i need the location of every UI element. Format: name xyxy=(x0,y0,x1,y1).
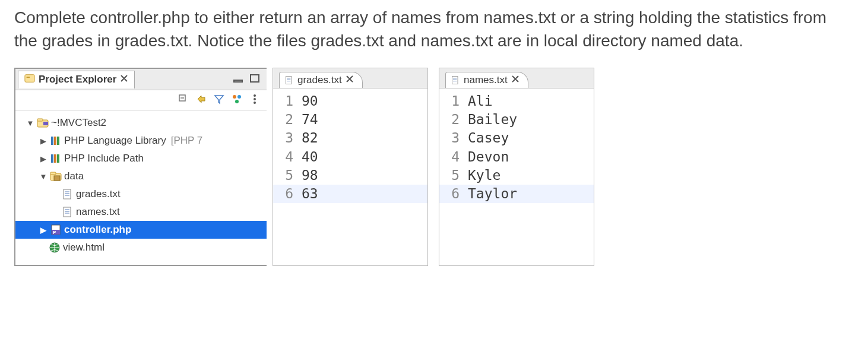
svg-rect-17 xyxy=(57,137,59,145)
chevron-right-icon: ▶ xyxy=(39,137,47,145)
grades-file-node[interactable]: grades.txt xyxy=(15,185,267,203)
svg-rect-14 xyxy=(43,122,48,125)
php-library-label: PHP Language Library xyxy=(64,135,166,147)
svg-point-7 xyxy=(237,95,241,99)
controller-file-node[interactable]: ▶ P controller.php xyxy=(15,221,267,239)
library-icon xyxy=(50,135,62,147)
view-file-label: view.html xyxy=(63,242,104,254)
text-file-icon xyxy=(451,75,460,85)
filter-icon[interactable] xyxy=(213,93,225,107)
code-text: Ali xyxy=(465,92,493,110)
collapse-all-icon[interactable] xyxy=(178,93,189,107)
code-text: 98 xyxy=(299,166,318,185)
grades-tabbar: grades.txt xyxy=(273,68,427,88)
names-file-node[interactable]: names.txt xyxy=(15,203,267,221)
svg-rect-40 xyxy=(452,77,458,84)
code-text: 82 xyxy=(299,129,318,147)
project-root-node[interactable]: ▼ ~!MVCTest2 xyxy=(15,114,267,132)
line-number: 3 xyxy=(439,129,465,147)
view-menu-icon[interactable] xyxy=(249,93,261,107)
code-text: 40 xyxy=(299,148,318,166)
line-number: 1 xyxy=(439,92,465,110)
code-text: 63 xyxy=(299,185,318,203)
names-tab[interactable]: names.txt xyxy=(445,72,528,88)
include-path-node[interactable]: ▶ PHP Include Path xyxy=(15,150,267,167)
controller-file-label: controller.php xyxy=(64,224,131,236)
link-editor-icon[interactable] xyxy=(195,93,207,107)
svg-rect-3 xyxy=(251,75,259,82)
grades-tab[interactable]: grades.txt xyxy=(279,72,363,88)
svg-point-8 xyxy=(235,100,239,103)
svg-rect-1 xyxy=(27,77,30,78)
project-explorer-tab[interactable]: Project Explorer xyxy=(18,71,135,88)
code-text: Bailey xyxy=(465,110,517,129)
chevron-down-icon: ▼ xyxy=(26,119,34,128)
settings-icon[interactable] xyxy=(231,93,243,107)
grades-file-label: grades.txt xyxy=(76,188,121,200)
php-library-node[interactable]: ▶ PHP Language Library [PHP 7 xyxy=(15,132,267,150)
text-file-icon xyxy=(62,188,74,200)
line-number: 6 xyxy=(273,185,299,203)
names-tab-label: names.txt xyxy=(464,74,508,86)
close-icon[interactable] xyxy=(511,74,519,86)
svg-rect-23 xyxy=(54,176,60,180)
svg-rect-22 xyxy=(50,172,56,175)
include-path-label: PHP Include Path xyxy=(64,153,144,164)
project-explorer-tab-label: Project Explorer xyxy=(39,74,116,86)
close-icon[interactable] xyxy=(120,74,128,86)
editor-group: grades.txt 190 274 382 440 598 663 names… xyxy=(273,68,594,266)
svg-rect-15 xyxy=(51,137,53,145)
minimize-icon[interactable] xyxy=(232,74,245,86)
code-text: 90 xyxy=(299,92,318,110)
php-library-hint: [PHP 7 xyxy=(171,135,203,147)
code-text: Devon xyxy=(465,148,509,166)
data-folder-label: data xyxy=(64,170,84,182)
text-file-icon xyxy=(284,75,294,85)
code-text: Taylor xyxy=(465,185,517,203)
line-number: 2 xyxy=(439,110,465,129)
svg-rect-0 xyxy=(25,75,34,83)
assignment-prompt: Complete controller.php to either return… xyxy=(14,6,845,52)
ide-area: Project Explorer ▼ ~!MVCTes xyxy=(14,68,854,266)
chevron-down-icon: ▼ xyxy=(39,172,47,181)
library-icon xyxy=(50,153,62,164)
svg-point-9 xyxy=(254,94,256,97)
svg-point-6 xyxy=(233,95,236,99)
svg-rect-24 xyxy=(64,189,71,199)
line-number: 6 xyxy=(439,185,465,203)
line-number: 5 xyxy=(273,166,299,185)
line-number: 5 xyxy=(439,166,465,185)
close-icon[interactable] xyxy=(346,74,354,86)
svg-point-10 xyxy=(254,98,256,100)
navigator-icon xyxy=(24,73,35,87)
project-explorer-toolbar xyxy=(15,90,267,110)
chevron-right-icon: ▶ xyxy=(39,226,47,235)
svg-text:P: P xyxy=(53,230,56,235)
svg-rect-19 xyxy=(54,154,56,163)
code-text: Kyle xyxy=(465,166,500,185)
text-file-icon xyxy=(62,206,74,218)
names-editor-content[interactable]: 1Ali 2Bailey 3Casey 4Devon 5Kyle 6Taylor xyxy=(439,88,594,208)
names-editor-panel: names.txt 1Ali 2Bailey 3Casey 4Devon 5Ky… xyxy=(439,68,594,266)
svg-rect-2 xyxy=(234,80,242,82)
grades-editor-content[interactable]: 190 274 382 440 598 663 xyxy=(273,88,427,208)
php-file-icon: P xyxy=(50,224,62,236)
names-file-label: names.txt xyxy=(76,206,120,218)
line-number: 3 xyxy=(273,129,299,147)
line-number: 2 xyxy=(273,110,299,129)
grades-editor-panel: grades.txt 190 274 382 440 598 663 xyxy=(273,68,428,266)
project-root-label: ~!MVCTest2 xyxy=(51,117,106,129)
html-file-icon xyxy=(49,242,61,254)
svg-rect-20 xyxy=(57,154,59,163)
view-file-node[interactable]: view.html xyxy=(15,239,267,256)
svg-rect-16 xyxy=(54,137,56,145)
line-number: 4 xyxy=(439,148,465,166)
data-folder-node[interactable]: ▼ data xyxy=(15,167,267,185)
chevron-right-icon: ▶ xyxy=(39,154,47,163)
grades-tab-label: grades.txt xyxy=(297,74,342,86)
project-tree: ▼ ~!MVCTest2 ▶ PHP Language Library [PHP… xyxy=(15,110,267,265)
php-project-icon xyxy=(37,117,49,129)
maximize-icon[interactable] xyxy=(249,74,262,86)
svg-rect-13 xyxy=(37,119,43,121)
source-folder-icon xyxy=(50,170,62,182)
